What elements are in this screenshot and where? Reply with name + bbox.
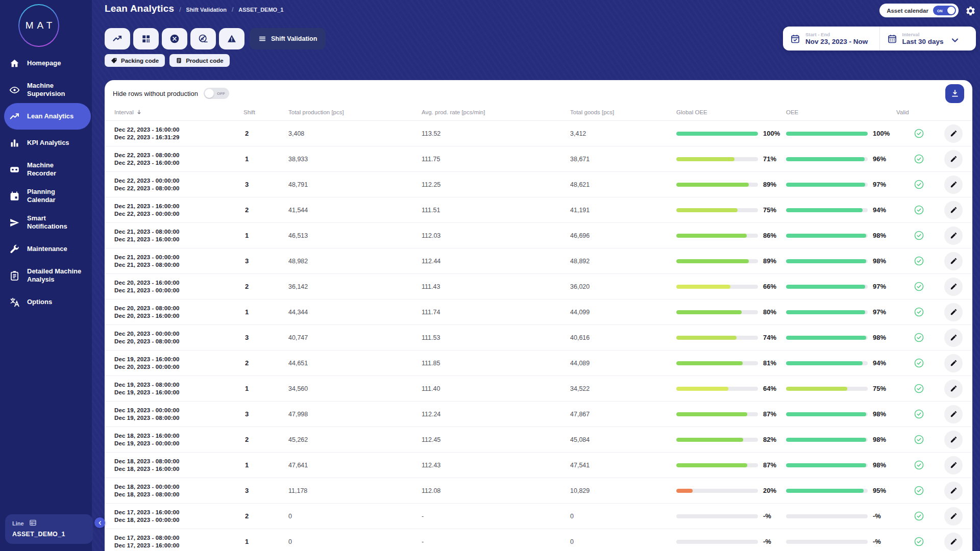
no-chart-view-button[interactable] bbox=[190, 28, 216, 49]
edit-row-button[interactable] bbox=[944, 354, 963, 372]
avg-prod-rate-value: 112.08 bbox=[422, 487, 570, 494]
edit-row-button[interactable] bbox=[944, 176, 963, 194]
edit-row-button[interactable] bbox=[944, 329, 963, 347]
hide-rows-toggle[interactable]: OFF bbox=[204, 88, 229, 99]
edit-row-button[interactable] bbox=[944, 380, 963, 398]
check-circle-icon bbox=[914, 154, 924, 164]
shift-value: 1 bbox=[243, 232, 288, 239]
check-circle-icon bbox=[914, 434, 924, 445]
breadcrumb-asset[interactable]: ASSET_DEMO_1 bbox=[238, 7, 283, 13]
edit-row-button[interactable] bbox=[944, 431, 963, 449]
interval-cell: Dec 19, 2023 - 08:00:00 Dec 19, 2023 - 1… bbox=[114, 381, 243, 396]
check-circle-icon bbox=[914, 409, 924, 419]
valid-cell bbox=[896, 409, 942, 419]
interval-start: Dec 17, 2023 - 16:00:00 bbox=[114, 509, 243, 516]
interval-end: Dec 22, 2023 - 16:00:00 bbox=[114, 159, 243, 167]
edit-row-button[interactable] bbox=[944, 507, 963, 525]
column-header-interval[interactable]: Interval bbox=[114, 109, 243, 115]
global-oee-cell: 71% bbox=[676, 155, 786, 163]
tag-product-code[interactable]: Product code bbox=[169, 54, 229, 67]
calendar-icon bbox=[8, 190, 20, 202]
table-row: Dec 19, 2023 - 00:00:00 Dec 19, 2023 - 0… bbox=[105, 402, 972, 427]
table-header-row: Interval Shift Total production [pcs] Av… bbox=[105, 104, 972, 121]
oee-cell: -% bbox=[786, 512, 896, 520]
interval-end: Dec 18, 2023 - 08:00:00 bbox=[114, 491, 243, 498]
pencil-icon bbox=[950, 487, 958, 494]
valid-cell bbox=[896, 383, 942, 394]
avg-prod-rate-value: 113.52 bbox=[422, 130, 570, 137]
sidebar-item-smart-notifications[interactable]: Smart Notifications bbox=[0, 209, 92, 236]
global-oee-cell: 64% bbox=[676, 385, 786, 392]
table-row: Dec 22, 2023 - 00:00:00 Dec 22, 2023 - 0… bbox=[105, 172, 972, 197]
sidebar-item-options[interactable]: Options bbox=[0, 289, 92, 315]
global-oee-value: 87% bbox=[763, 461, 776, 469]
shift-value: 2 bbox=[243, 283, 288, 290]
edit-row-button[interactable] bbox=[944, 482, 963, 500]
qr-view-button[interactable] bbox=[133, 28, 159, 49]
oee-bar bbox=[786, 310, 865, 314]
trend-view-button[interactable] bbox=[105, 28, 130, 49]
total-production-value: 44,651 bbox=[288, 360, 422, 367]
shift-value: 2 bbox=[243, 130, 288, 137]
oee-cell: 94% bbox=[786, 359, 896, 367]
pencil-icon bbox=[950, 283, 958, 290]
trend-icon bbox=[112, 34, 122, 44]
chevron-left-icon bbox=[97, 520, 103, 526]
total-goods-value: 45,084 bbox=[570, 436, 676, 443]
edit-row-button[interactable] bbox=[944, 150, 963, 168]
tag-packing-code[interactable]: Packing code bbox=[105, 54, 165, 67]
global-oee-value: 89% bbox=[763, 257, 776, 265]
sidebar-item-machine-supervision[interactable]: Machine Supervision bbox=[0, 77, 92, 103]
valid-cell bbox=[896, 434, 942, 445]
edit-row-button[interactable] bbox=[944, 201, 963, 219]
sidebar-item-maintenance[interactable]: Maintenance bbox=[0, 236, 92, 262]
interval-start: Dec 19, 2023 - 16:00:00 bbox=[114, 356, 243, 363]
translate-icon bbox=[8, 296, 20, 308]
asset-calendar-toggle-pill[interactable]: Asset calendar ON bbox=[879, 4, 959, 17]
interval-start: Dec 22, 2023 - 08:00:00 bbox=[114, 152, 243, 159]
avg-prod-rate-value: 111.85 bbox=[422, 360, 570, 367]
check-circle-icon bbox=[914, 205, 924, 215]
oee-value: 97% bbox=[873, 181, 886, 188]
total-goods-value: 48,621 bbox=[570, 181, 676, 188]
edit-row-button[interactable] bbox=[944, 303, 963, 321]
x-circle-view-button[interactable] bbox=[162, 28, 187, 49]
global-oee-bar bbox=[676, 234, 747, 238]
valid-cell bbox=[896, 307, 942, 317]
app-logo-circle: MAT bbox=[19, 5, 58, 46]
shift-value: 1 bbox=[243, 538, 288, 545]
breadcrumb-shift-validation[interactable]: Shift Validation bbox=[186, 7, 227, 13]
edit-row-button[interactable] bbox=[944, 456, 963, 474]
edit-row-button[interactable] bbox=[944, 227, 963, 245]
sidebar-item-machine-recorder[interactable]: Machine Recorder bbox=[0, 156, 92, 183]
interval-dropdown[interactable]: Interval Last 30 days bbox=[880, 32, 976, 45]
settings-button[interactable] bbox=[965, 5, 977, 17]
sidebar-item-planning-calendar[interactable]: Planning Calendar bbox=[0, 183, 92, 209]
app-logo-text: MAT bbox=[26, 20, 56, 31]
asset-calendar-switch[interactable]: ON bbox=[933, 6, 956, 15]
sidebar-item-homepage[interactable]: Homepage bbox=[0, 50, 92, 77]
interval-start: Dec 18, 2023 - 16:00:00 bbox=[114, 432, 243, 440]
global-oee-bar bbox=[676, 208, 738, 212]
download-button[interactable] bbox=[945, 84, 964, 103]
asset-card[interactable]: Line ASSET_DEMO_1 bbox=[5, 514, 93, 544]
oee-bar bbox=[786, 157, 865, 161]
check-circle-icon bbox=[914, 256, 924, 266]
warning-view-button[interactable] bbox=[219, 28, 244, 49]
global-oee-bar bbox=[676, 132, 758, 136]
date-range-picker[interactable]: Start - End Nov 23, 2023 - Now bbox=[783, 32, 879, 45]
sidebar-item-kpi-analytics[interactable]: KPI Analytics bbox=[0, 130, 92, 156]
shift-validation-view-button[interactable]: Shift Validation bbox=[250, 28, 326, 49]
chevron-down-icon bbox=[950, 35, 957, 42]
edit-row-button[interactable] bbox=[944, 124, 963, 143]
edit-row-button[interactable] bbox=[944, 533, 963, 551]
sidebar-item-detailed-machine-analysis[interactable]: Detailed Machine Analysis bbox=[0, 262, 92, 289]
interval-cell: Dec 20, 2023 - 00:00:00 Dec 20, 2023 - 0… bbox=[114, 330, 243, 345]
sidebar-collapse-button[interactable] bbox=[94, 517, 105, 528]
edit-row-button[interactable] bbox=[944, 278, 963, 296]
edit-row-button[interactable] bbox=[944, 252, 963, 270]
edit-row-button[interactable] bbox=[944, 405, 963, 423]
sidebar-item-lean-analytics[interactable]: Lean Analytics bbox=[4, 103, 91, 130]
global-oee-value: 80% bbox=[763, 308, 776, 316]
interval-cell: Dec 18, 2023 - 16:00:00 Dec 19, 2023 - 0… bbox=[114, 432, 243, 447]
